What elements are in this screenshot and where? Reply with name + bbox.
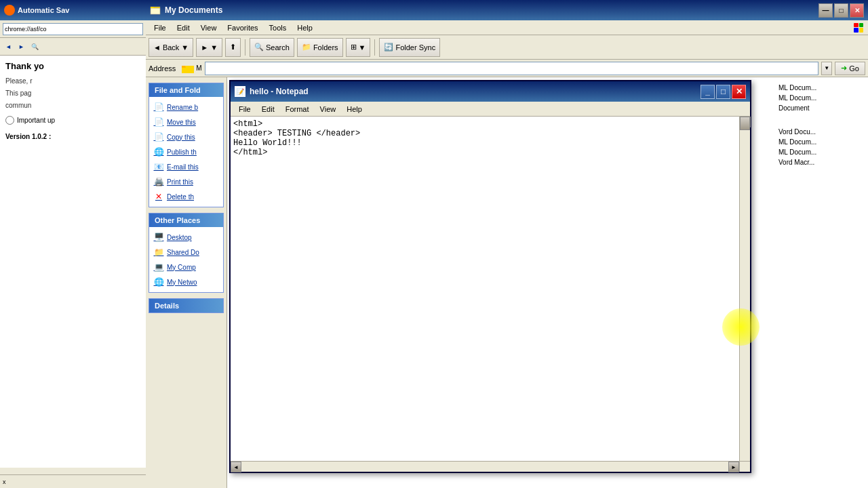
details-header[interactable]: Details <box>149 299 223 312</box>
notepad-menu-edit[interactable]: Edit <box>256 104 280 115</box>
details-section: Details <box>149 298 224 313</box>
browser-status-text: x <box>3 479 6 485</box>
copy-label: Copy this <box>167 134 195 141</box>
other-places-body: 🖥️ Desktop 📁 Shared Do 💻 My Comp 🌐 My Ne… <box>149 227 223 292</box>
browser-url-input[interactable] <box>3 23 143 35</box>
move-item[interactable]: 📄 Move this <box>151 115 222 129</box>
page-radio-input[interactable] <box>5 116 14 125</box>
notepad-menu-view[interactable]: View <box>315 104 342 115</box>
mydocs-menu-view[interactable]: View <box>195 22 222 33</box>
svg-rect-1 <box>151 8 160 14</box>
delete-item[interactable]: ✕ Delete th <box>151 189 222 204</box>
publish-label: Publish th <box>167 148 197 156</box>
notepad-scroll-right[interactable]: ► <box>728 462 739 472</box>
other-places-header[interactable]: Other Places <box>149 214 223 227</box>
rename-item[interactable]: 📄 Rename b <box>151 100 222 115</box>
desktop-place[interactable]: 🖥️ Desktop <box>151 230 222 245</box>
browser-forward-btn[interactable]: ► <box>16 43 27 51</box>
back-button[interactable]: ◄ Back ▼ <box>149 38 193 57</box>
notepad-close-btn[interactable]: ✕ <box>732 85 746 99</box>
search-button[interactable]: 🔍 Search <box>250 38 294 57</box>
details-header-text: Details <box>155 302 179 310</box>
page-version: Version 1.0.2 : <box>5 133 140 140</box>
publish-item[interactable]: 🌐 Publish th <box>151 144 222 159</box>
forward-button[interactable]: ► ▼ <box>196 38 222 57</box>
copy-item[interactable]: 📄 Copy this <box>151 129 222 144</box>
go-label: Go <box>849 64 859 73</box>
email-label: E-mail this <box>167 163 199 171</box>
file-folder-body: 📄 Rename b 📄 Move this 📄 Copy this 🌐 Pub… <box>149 97 223 207</box>
up-icon: ⬆ <box>230 43 236 52</box>
notepad-minimize-btn[interactable]: _ <box>701 85 715 99</box>
mydocs-menu-favorites[interactable]: Favorites <box>222 22 263 33</box>
search-icon: 🔍 <box>254 43 264 52</box>
notepad-menu-file[interactable]: File <box>233 104 256 115</box>
file-item-6[interactable]: ML Docum... <box>776 147 865 157</box>
file-folder-header[interactable]: File and Fold <box>149 83 223 97</box>
up-button[interactable]: ⬆ <box>225 38 241 57</box>
folders-icon: 📁 <box>302 43 311 52</box>
forward-dropdown-icon: ▼ <box>210 43 218 52</box>
notepad-scroll-thumb[interactable] <box>740 117 750 130</box>
file-item-3[interactable]: Document <box>776 103 865 113</box>
mydocs-close-btn[interactable]: ✕ <box>850 3 864 18</box>
go-button[interactable]: ➜ Go <box>835 62 865 75</box>
mydocs-menu-help[interactable]: Help <box>292 22 318 33</box>
notepad-scroll-left[interactable]: ◄ <box>231 462 241 472</box>
shared-docs-place[interactable]: 📁 Shared Do <box>151 245 222 260</box>
foldersync-button[interactable]: 🔄 Folder Sync <box>379 38 440 57</box>
views-button[interactable]: ⊞ ▼ <box>346 38 371 57</box>
mydocs-menu-edit[interactable]: Edit <box>172 22 195 33</box>
notepad-vscrollbar[interactable]: ▲ <box>739 117 750 461</box>
notepad-menu-help[interactable]: Help <box>341 104 368 115</box>
foldersync-icon: 🔄 <box>384 43 393 52</box>
page-text-1: Please, r <box>5 77 140 86</box>
address-input[interactable] <box>205 62 819 75</box>
page-text-3: commun <box>5 101 140 110</box>
file-folder-header-text: File and Fold <box>155 86 201 94</box>
notepad-maximize-btn[interactable]: □ <box>716 85 730 99</box>
folders-button[interactable]: 📁 Folders <box>297 38 343 57</box>
notepad-hscrollbar[interactable]: ◄ ► <box>231 461 739 472</box>
file-folder-section: File and Fold 📄 Rename b 📄 Move this 📄 C… <box>149 83 224 207</box>
address-value: M <box>196 64 201 72</box>
mydocs-menu-file[interactable]: File <box>149 22 172 33</box>
mydocs-minimize-btn[interactable]: — <box>818 3 833 18</box>
mydocs-menu-tools[interactable]: Tools <box>264 22 292 33</box>
views-dropdown-icon: ▼ <box>359 43 366 52</box>
desktop-icon: 🖥️ <box>153 232 164 243</box>
file-item-2[interactable]: ML Docum... <box>776 93 865 103</box>
notepad-content-area[interactable]: <html> <header> TESTING </header> Hello … <box>231 117 739 461</box>
back-label: Back <box>163 43 179 52</box>
browser-back-btn[interactable]: ◄ <box>3 43 14 51</box>
my-network-place[interactable]: 🌐 My Netwo <box>151 274 222 289</box>
mydocs-maximize-btn[interactable]: □ <box>834 3 848 18</box>
address-dropdown-btn[interactable]: ▼ <box>821 62 832 75</box>
folders-label: Folders <box>313 43 338 52</box>
print-label: Print this <box>167 178 193 186</box>
email-item[interactable]: 📧 E-mail this <box>151 159 222 174</box>
notepad-menu-format[interactable]: Format <box>280 104 315 115</box>
browser-search-btn[interactable]: 🔍 <box>28 43 41 51</box>
file-item-1[interactable]: ML Docum... <box>776 83 865 93</box>
page-text-2: This pag <box>5 89 140 98</box>
browser-urlbar <box>0 20 146 38</box>
back-icon: ◄ <box>153 43 161 52</box>
email-icon: 📧 <box>153 161 164 172</box>
toolbar-sep-1 <box>245 39 245 56</box>
file-item-4[interactable]: Vord Docu... <box>776 127 865 137</box>
delete-label: Delete th <box>167 193 194 201</box>
notepad-menubar: File Edit Format View Help <box>231 102 750 117</box>
notepad-titlebar: 📝 hello - Notepad _ □ ✕ <box>231 81 750 102</box>
my-computer-icon: 💻 <box>153 262 164 272</box>
file-item-gap <box>776 113 865 127</box>
print-item[interactable]: 🖨️ Print this <box>151 174 222 189</box>
file-item-7[interactable]: Vord Macr... <box>776 157 865 167</box>
address-label: Address <box>149 64 176 73</box>
my-computer-place[interactable]: 💻 My Comp <box>151 260 222 274</box>
address-bar: Address M ▼ ➜ Go <box>146 60 868 77</box>
file-item-5[interactable]: ML Docum... <box>776 137 865 147</box>
my-network-label: My Netwo <box>167 279 197 286</box>
svg-marker-4 <box>182 66 186 68</box>
move-label: Move this <box>167 119 196 126</box>
